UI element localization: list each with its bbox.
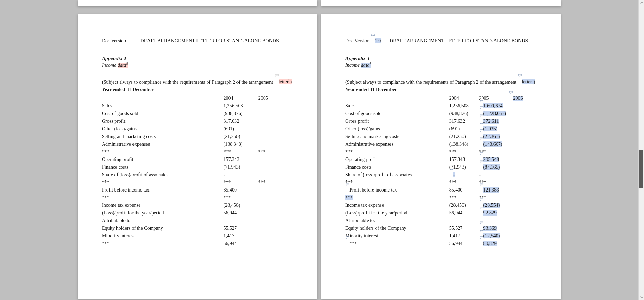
row-value-2005 [258,225,293,232]
row-label: Attributable to: [102,217,224,225]
row-value-2005 [258,163,293,171]
row-label: Minority interest [102,232,224,240]
compliance-note: (Subject always to compliance with the r… [345,79,537,85]
row-label: Administrative expenses [345,140,449,148]
comment-icon[interactable] [275,74,279,77]
prev-page-left [78,0,317,6]
row-label: Other (loss)/gains [345,125,449,133]
row-value-2005: *** [479,148,509,156]
row-value-2004: (71,943) [449,163,479,171]
table-row: Sales1,256,5081,600,674 [345,102,537,110]
row-value-2005 [258,194,293,202]
comment-icon[interactable] [509,91,513,94]
page-left: Doc VersionDRAFT ARRANGEMENT LETTER FOR … [78,14,317,299]
scrollbar-track[interactable] [639,6,644,294]
row-label: Finance costs [102,163,224,171]
row-value-2004: 157,343 [449,156,479,163]
row-value-2004: 85,400 [224,186,258,194]
row-value-2005 [258,133,293,140]
comment-icon[interactable] [480,198,483,201]
table-row: Selling and marketing costs(21,250)(22,3… [345,133,537,140]
comment-icon[interactable] [480,106,483,109]
row-value-2005: 93,369 [479,225,509,232]
row-value-2004: *** [224,194,258,202]
comment-icon[interactable] [371,34,375,37]
year-ended-heading: Year ended 31 December [345,87,537,92]
row-value-2004: *** [449,194,479,202]
table-row: ***56,94480,829 [345,240,537,248]
row-label: *** [102,179,224,186]
table-row: Share of (loss)/profit of associates-- [345,171,537,179]
row-value-2005: 372,611 [479,117,509,125]
comment-icon[interactable] [518,74,522,77]
row-label: Equity holders of the Company [102,225,224,232]
comment-icon[interactable] [480,99,483,102]
scrollbar-thumb[interactable] [639,150,643,188]
doc-version-label: Doc Version [102,38,126,44]
row-value-2005: 1,600,674 [479,102,509,110]
table-row: (Loss)/profit for the year/period56,9449… [345,209,537,217]
compare-view: Doc VersionDRAFT ARRANGEMENT LETTER FOR … [0,0,638,300]
col-header-2005: 2005 [258,95,293,102]
table-row: Finance costs(71,943)(84,165) [345,163,537,171]
row-label: Sales [345,102,449,110]
table-row: Attributable to: [102,217,293,225]
vertical-scrollbar[interactable] [638,0,644,300]
income-table: 200420052006Sales1,256,5081,600,674Cost … [345,95,537,248]
comment-icon[interactable] [346,183,349,186]
doc-version-value: 1.0 [375,38,381,43]
table-row: ********* [102,148,293,156]
table-row: Gross profit317,632372,611 [345,117,537,125]
row-value-2004: 1,417 [224,232,258,240]
row-value-2004: (691) [449,125,479,133]
row-label: *** [102,194,224,202]
row-value-2005 [258,232,293,240]
row-label: Selling and marketing costs [345,133,449,140]
row-value-2005 [258,110,293,117]
row-label: *** [102,148,224,156]
table-row: (Loss)/profit for the year/period56,944 [102,209,293,217]
row-value-2005: (1,228,063) [479,110,509,117]
comment-icon[interactable] [480,122,483,124]
row-label: Gross profit [102,117,224,125]
row-value-2005 [258,156,293,163]
col-header-2004: 2004 [224,95,258,102]
table-row: Attributable to: [345,217,537,225]
row-value-2005 [258,217,293,225]
table-row: ********* [345,194,537,202]
row-label: Cost of goods sold [102,110,224,117]
row-value-2005 [258,125,293,133]
comment-icon[interactable] [480,183,483,186]
row-value-2004: 1,256,508 [449,102,479,110]
row-value-2004: 1,256,508 [224,102,258,110]
comment-icon[interactable] [480,114,483,117]
comment-icon[interactable] [480,236,483,239]
row-value-2005: - [479,171,509,179]
row-label: Profit before income tax [102,186,224,194]
table-row: ****** [102,194,293,202]
row-value-2005: (84,165) [479,163,509,171]
comment-icon[interactable] [480,229,483,232]
comment-icon[interactable] [480,152,483,155]
row-value-2005: 92,829 [479,209,509,217]
comment-icon[interactable] [346,236,349,239]
row-label: *** [345,179,449,186]
comment-icon[interactable] [480,206,483,209]
row-label: *** [345,148,449,156]
col-header-2006: 2006 [509,95,537,102]
table-row: Operating profit157,343205,548 [345,156,537,163]
table-row: Selling and marketing costs(21,250) [102,133,293,140]
comment-icon[interactable] [480,221,483,224]
comment-icon[interactable] [480,160,483,163]
row-value-2005 [258,240,293,248]
row-value-2005: (12,540) [479,232,509,240]
scroll-down-button[interactable] [639,294,644,300]
comment-icon[interactable] [450,168,453,170]
comment-icon[interactable] [480,129,483,132]
comment-icon[interactable] [480,137,483,140]
row-value-2004 [449,217,479,225]
row-value-2004: 56,944 [449,240,479,248]
row-value-2004 [224,217,258,225]
table-row: Sales1,256,508 [102,102,293,110]
scroll-up-button[interactable] [639,0,644,6]
